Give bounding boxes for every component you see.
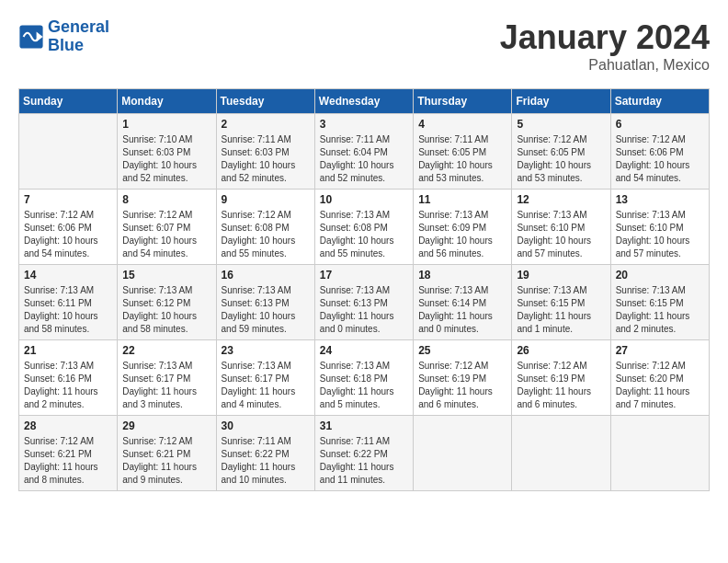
calendar-day-cell: 7Sunrise: 7:12 AM Sunset: 6:06 PM Daylig… — [19, 190, 118, 265]
day-number: 14 — [24, 269, 112, 282]
calendar-day-cell: 23Sunrise: 7:13 AM Sunset: 6:17 PM Dayli… — [216, 340, 314, 416]
calendar-body: 1Sunrise: 7:10 AM Sunset: 6:03 PM Daylig… — [19, 114, 710, 491]
weekday-header-cell: Wednesday — [314, 89, 413, 114]
day-info: Sunrise: 7:13 AM Sunset: 6:14 PM Dayligh… — [418, 284, 506, 336]
calendar-table: SundayMondayTuesdayWednesdayThursdayFrid… — [18, 88, 710, 491]
calendar-day-cell: 29Sunrise: 7:12 AM Sunset: 6:21 PM Dayli… — [118, 416, 216, 491]
day-info: Sunrise: 7:13 AM Sunset: 6:15 PM Dayligh… — [517, 284, 605, 336]
calendar-day-cell: 15Sunrise: 7:13 AM Sunset: 6:12 PM Dayli… — [118, 265, 216, 340]
logo-general: General — [48, 17, 109, 36]
day-info: Sunrise: 7:12 AM Sunset: 6:19 PM Dayligh… — [517, 360, 605, 411]
day-info: Sunrise: 7:12 AM Sunset: 6:07 PM Dayligh… — [122, 209, 210, 260]
calendar-day-cell: 2Sunrise: 7:11 AM Sunset: 6:03 PM Daylig… — [216, 114, 314, 190]
day-info: Sunrise: 7:13 AM Sunset: 6:17 PM Dayligh… — [122, 360, 210, 411]
calendar-day-cell — [610, 416, 709, 491]
day-number: 28 — [24, 419, 112, 432]
logo-blue: Blue — [48, 36, 84, 54]
weekday-header-cell: Sunday — [19, 89, 118, 114]
calendar-day-cell: 13Sunrise: 7:13 AM Sunset: 6:10 PM Dayli… — [610, 190, 709, 265]
day-number: 4 — [418, 118, 506, 131]
logo-text: General Blue — [48, 18, 109, 55]
day-info: Sunrise: 7:12 AM Sunset: 6:08 PM Dayligh… — [222, 209, 310, 260]
day-number: 19 — [517, 269, 605, 282]
calendar-day-cell: 26Sunrise: 7:12 AM Sunset: 6:19 PM Dayli… — [512, 340, 610, 416]
calendar-day-cell: 27Sunrise: 7:12 AM Sunset: 6:20 PM Dayli… — [610, 340, 709, 416]
day-number: 5 — [517, 118, 605, 131]
weekday-header-cell: Monday — [118, 89, 216, 114]
calendar-week-row: 14Sunrise: 7:13 AM Sunset: 6:11 PM Dayli… — [19, 265, 710, 340]
day-info: Sunrise: 7:13 AM Sunset: 6:11 PM Dayligh… — [24, 284, 112, 336]
day-info: Sunrise: 7:12 AM Sunset: 6:21 PM Dayligh… — [24, 435, 112, 487]
day-number: 6 — [616, 118, 704, 131]
day-number: 9 — [222, 193, 310, 206]
weekday-header-cell: Tuesday — [216, 89, 314, 114]
day-number: 27 — [616, 344, 704, 357]
calendar-day-cell — [19, 114, 118, 190]
calendar-day-cell: 22Sunrise: 7:13 AM Sunset: 6:17 PM Dayli… — [118, 340, 216, 416]
day-number: 15 — [122, 269, 210, 282]
day-number: 7 — [24, 193, 112, 206]
main-title: January 2024 — [500, 18, 710, 57]
calendar-day-cell: 9Sunrise: 7:12 AM Sunset: 6:08 PM Daylig… — [216, 190, 314, 265]
day-info: Sunrise: 7:13 AM Sunset: 6:13 PM Dayligh… — [222, 284, 310, 336]
day-info: Sunrise: 7:13 AM Sunset: 6:08 PM Dayligh… — [320, 209, 408, 260]
weekday-header-cell: Saturday — [610, 89, 709, 114]
day-number: 12 — [517, 193, 605, 206]
calendar-day-cell: 12Sunrise: 7:13 AM Sunset: 6:10 PM Dayli… — [512, 190, 610, 265]
day-number: 24 — [320, 344, 408, 357]
day-number: 25 — [418, 344, 506, 357]
day-info: Sunrise: 7:11 AM Sunset: 6:22 PM Dayligh… — [222, 435, 310, 487]
day-number: 10 — [320, 193, 408, 206]
calendar-day-cell: 30Sunrise: 7:11 AM Sunset: 6:22 PM Dayli… — [216, 416, 314, 491]
day-info: Sunrise: 7:13 AM Sunset: 6:18 PM Dayligh… — [320, 360, 408, 411]
calendar-day-cell: 16Sunrise: 7:13 AM Sunset: 6:13 PM Dayli… — [216, 265, 314, 340]
day-info: Sunrise: 7:10 AM Sunset: 6:03 PM Dayligh… — [122, 133, 210, 185]
calendar-day-cell: 25Sunrise: 7:12 AM Sunset: 6:19 PM Dayli… — [414, 340, 512, 416]
day-info: Sunrise: 7:13 AM Sunset: 6:16 PM Dayligh… — [24, 360, 112, 411]
calendar-week-row: 7Sunrise: 7:12 AM Sunset: 6:06 PM Daylig… — [19, 190, 710, 265]
day-info: Sunrise: 7:13 AM Sunset: 6:13 PM Dayligh… — [320, 284, 408, 336]
day-number: 2 — [222, 118, 310, 131]
calendar-day-cell: 28Sunrise: 7:12 AM Sunset: 6:21 PM Dayli… — [19, 416, 118, 491]
day-number: 18 — [418, 269, 506, 282]
header: General Blue January 2024 Pahuatlan, Mex… — [18, 18, 710, 74]
weekday-header-cell: Friday — [512, 89, 610, 114]
day-info: Sunrise: 7:13 AM Sunset: 6:10 PM Dayligh… — [616, 209, 704, 260]
day-info: Sunrise: 7:12 AM Sunset: 6:19 PM Dayligh… — [418, 360, 506, 411]
calendar-week-row: 21Sunrise: 7:13 AM Sunset: 6:16 PM Dayli… — [19, 340, 710, 416]
calendar-day-cell: 20Sunrise: 7:13 AM Sunset: 6:15 PM Dayli… — [610, 265, 709, 340]
subtitle: Pahuatlan, Mexico — [500, 57, 710, 74]
calendar-day-cell: 24Sunrise: 7:13 AM Sunset: 6:18 PM Dayli… — [314, 340, 413, 416]
calendar-day-cell: 14Sunrise: 7:13 AM Sunset: 6:11 PM Dayli… — [19, 265, 118, 340]
day-number: 17 — [320, 269, 408, 282]
day-number: 30 — [222, 419, 310, 432]
calendar-day-cell: 17Sunrise: 7:13 AM Sunset: 6:13 PM Dayli… — [314, 265, 413, 340]
calendar-week-row: 28Sunrise: 7:12 AM Sunset: 6:21 PM Dayli… — [19, 416, 710, 491]
logo-icon — [18, 24, 44, 50]
day-info: Sunrise: 7:12 AM Sunset: 6:06 PM Dayligh… — [616, 133, 704, 185]
day-info: Sunrise: 7:13 AM Sunset: 6:17 PM Dayligh… — [222, 360, 310, 411]
calendar-day-cell: 1Sunrise: 7:10 AM Sunset: 6:03 PM Daylig… — [118, 114, 216, 190]
day-info: Sunrise: 7:13 AM Sunset: 6:15 PM Dayligh… — [616, 284, 704, 336]
calendar-day-cell: 11Sunrise: 7:13 AM Sunset: 6:09 PM Dayli… — [414, 190, 512, 265]
day-info: Sunrise: 7:11 AM Sunset: 6:05 PM Dayligh… — [418, 133, 506, 185]
day-number: 13 — [616, 193, 704, 206]
calendar-day-cell: 4Sunrise: 7:11 AM Sunset: 6:05 PM Daylig… — [414, 114, 512, 190]
day-number: 20 — [616, 269, 704, 282]
day-number: 26 — [517, 344, 605, 357]
day-number: 16 — [222, 269, 310, 282]
calendar-day-cell: 8Sunrise: 7:12 AM Sunset: 6:07 PM Daylig… — [118, 190, 216, 265]
day-info: Sunrise: 7:12 AM Sunset: 6:20 PM Dayligh… — [616, 360, 704, 411]
day-info: Sunrise: 7:11 AM Sunset: 6:03 PM Dayligh… — [222, 133, 310, 185]
weekday-header-row: SundayMondayTuesdayWednesdayThursdayFrid… — [19, 89, 710, 114]
day-number: 29 — [122, 419, 210, 432]
day-info: Sunrise: 7:13 AM Sunset: 6:09 PM Dayligh… — [418, 209, 506, 260]
calendar-day-cell: 10Sunrise: 7:13 AM Sunset: 6:08 PM Dayli… — [314, 190, 413, 265]
day-info: Sunrise: 7:12 AM Sunset: 6:21 PM Dayligh… — [122, 435, 210, 487]
day-info: Sunrise: 7:13 AM Sunset: 6:12 PM Dayligh… — [122, 284, 210, 336]
day-number: 31 — [320, 419, 408, 432]
day-number: 21 — [24, 344, 112, 357]
day-number: 8 — [122, 193, 210, 206]
day-info: Sunrise: 7:13 AM Sunset: 6:10 PM Dayligh… — [517, 209, 605, 260]
calendar-day-cell: 19Sunrise: 7:13 AM Sunset: 6:15 PM Dayli… — [512, 265, 610, 340]
